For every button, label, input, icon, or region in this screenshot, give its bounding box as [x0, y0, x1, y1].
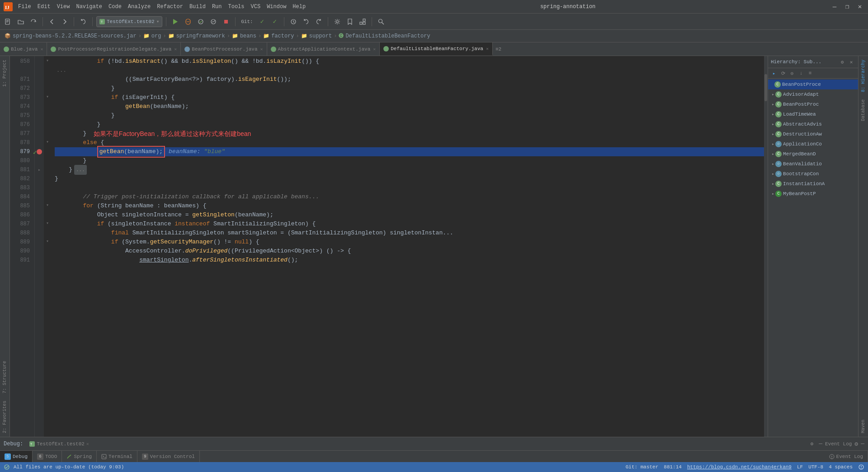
tab-blue-java[interactable]: Blue.java ✕ — [0, 42, 47, 56]
fold-885[interactable]: ▾ — [44, 201, 51, 210]
hierarchy-item-10[interactable]: ▸ C InstantiationA — [768, 179, 858, 189]
htb-refresh-button[interactable]: ⟳ — [779, 69, 787, 77]
fold-873[interactable]: ▾ — [44, 92, 51, 101]
side-tab-project[interactable]: 1: Project — [1, 56, 9, 90]
hierarchy-item-3[interactable]: ▸ C LoadTimeWea — [768, 109, 858, 119]
hierarchy-settings-button[interactable]: ⚙ — [838, 58, 846, 66]
breadcrumb-jar[interactable]: spring-beans-5.2.2.RELEASE-sources.jar — [13, 33, 137, 39]
debug-gear-button[interactable]: ⚙ — [808, 440, 816, 448]
tab-close-postprocessor[interactable]: ✕ — [174, 47, 177, 52]
btab-event-log[interactable]: Event Log — [825, 451, 868, 462]
menu-analyze[interactable]: Analyze — [128, 4, 151, 10]
new-file-button[interactable] — [3, 16, 14, 27]
btab-terminal[interactable]: Terminal — [97, 451, 137, 462]
event-log-collapse[interactable]: — — [861, 440, 864, 447]
menu-help[interactable]: Help — [292, 4, 306, 10]
hierarchy-item-root[interactable]: C BeanPostProce — [768, 79, 858, 89]
side-tab-favorites[interactable]: 2: Favorites — [1, 397, 9, 437]
marker-881-fold[interactable]: ▸ — [35, 165, 44, 174]
sync-button[interactable] — [28, 16, 39, 27]
htb-locate-button[interactable]: ⊙ — [788, 69, 796, 77]
undo-button[interactable] — [78, 16, 89, 27]
breadcrumb-factory[interactable]: factory — [271, 33, 294, 39]
profile-button[interactable] — [208, 16, 219, 27]
editor-scrollbar[interactable] — [764, 56, 768, 437]
git-check2[interactable]: ✓ — [269, 16, 280, 27]
search-button[interactable] — [376, 16, 387, 27]
tab-postprocessor[interactable]: PostProcessorRegistrationDelegate.java ✕ — [47, 42, 181, 56]
side-tab-structure[interactable]: 7: Structure — [1, 357, 9, 397]
debug-tab-close[interactable]: ✕ — [86, 441, 89, 447]
event-log-gear[interactable]: ⚙ — [854, 440, 858, 448]
hierarchy-item-5[interactable]: ▸ C DestructionAw — [768, 129, 858, 139]
hierarchy-item-11[interactable]: ▸ C MyBeanPostP — [768, 189, 858, 199]
menu-edit[interactable]: Edit — [38, 4, 51, 10]
redo-button[interactable] — [313, 16, 324, 27]
tab-close-blue[interactable]: ✕ — [40, 47, 43, 52]
btab-todo[interactable]: 6 TODO — [33, 451, 62, 462]
tab-abstractapplicationcontext[interactable]: AbstractApplicationContext.java ✕ — [267, 42, 380, 56]
fold-878[interactable]: ▾ — [44, 137, 51, 146]
htb-filter-button[interactable]: ≡ — [806, 69, 814, 77]
back-button[interactable] — [47, 16, 57, 27]
hierarchy-item-7[interactable]: ▸ C MergedBeanD — [768, 149, 858, 159]
tab-beanpostprocessor[interactable]: BeanPostProcessor.java ✕ — [181, 42, 267, 56]
menu-code[interactable]: Code — [108, 4, 122, 10]
hierarchy-item-8[interactable]: ▸ ○ BeanValidatio — [768, 159, 858, 169]
hierarchy-item-4[interactable]: ▸ C AbstractAdvis — [768, 119, 858, 129]
build-button[interactable] — [357, 16, 368, 27]
tab-close-abstract[interactable]: ✕ — [373, 47, 376, 52]
run-config-selector[interactable]: T TestOfExt.test02 ▾ — [96, 16, 162, 27]
hierarchy-item-6[interactable]: ▸ ○ ApplicationCo — [768, 139, 858, 149]
hierarchy-item-9[interactable]: ▸ ○ BootstrapCon — [768, 169, 858, 179]
git-check1[interactable]: ✓ — [257, 16, 268, 27]
settings-button[interactable] — [332, 16, 343, 27]
btab-debug[interactable]: 5 Debug — [0, 451, 33, 462]
tab-close-beanpostprocessor[interactable]: ✕ — [260, 47, 263, 52]
side-tab-maven[interactable]: Maven — [859, 416, 867, 437]
breadcrumb-springframework[interactable]: springframework — [176, 33, 225, 39]
minimize-button[interactable]: — — [830, 2, 839, 11]
hierarchy-item-2[interactable]: ▸ C BeanPostProc — [768, 99, 858, 109]
stop-button[interactable] — [221, 16, 231, 27]
maximize-button[interactable]: ❐ — [843, 2, 852, 11]
menu-window[interactable]: Window — [267, 4, 286, 10]
breadcrumb-org[interactable]: org — [151, 33, 161, 39]
undo2-button[interactable] — [301, 16, 311, 27]
status-url[interactable]: https://blog.csdn.net/suchan4erkan9 — [687, 464, 792, 470]
side-tab-hierarchy[interactable]: 8: Hierarchy — [859, 56, 867, 96]
menu-run[interactable]: Run — [212, 4, 222, 10]
open-button[interactable] — [15, 16, 26, 27]
menu-build[interactable]: Build — [189, 4, 206, 10]
menu-navigate[interactable]: Navigate — [76, 4, 102, 10]
debug-tab-config[interactable]: T TestOfExt.test02 ✕ — [27, 440, 92, 448]
close-button[interactable]: ✕ — [855, 2, 864, 11]
forward-button[interactable] — [59, 16, 70, 27]
btab-vcs[interactable]: 9 Version Control — [137, 451, 200, 462]
breadcrumb-class[interactable]: DefaultListableBeanFactory — [345, 33, 430, 39]
menu-view[interactable]: View — [57, 4, 70, 10]
fold-889[interactable]: ▾ — [44, 237, 51, 246]
htb-sort-button[interactable]: ↓ — [797, 69, 805, 77]
hierarchy-close-button[interactable]: ✕ — [847, 58, 855, 66]
debug-button[interactable] — [183, 16, 193, 27]
breadcrumb-support[interactable]: support — [309, 33, 332, 39]
clock-button[interactable] — [288, 16, 299, 27]
btab-spring[interactable]: Spring — [62, 451, 97, 462]
menu-tools[interactable]: Tools — [228, 4, 245, 10]
side-tab-database[interactable]: Database — [859, 96, 867, 125]
tab-close-defaultlistable[interactable]: ✕ — [486, 46, 489, 51]
tab-defaultlistablebean[interactable]: DefaultListableBeanFactory.java ✕ — [380, 42, 493, 56]
breadcrumb-beans[interactable]: beans — [240, 33, 256, 39]
marker-879-breakpoint[interactable]: ✓ — [35, 147, 44, 156]
run-button[interactable] — [170, 16, 181, 27]
tab-extra[interactable]: ≡2 — [493, 42, 504, 56]
hierarchy-item-1[interactable]: ▸ C AdvisorAdapt — [768, 89, 858, 99]
code-line-879-debug[interactable]: getBean(beanName); beanName: "blue" — [55, 147, 764, 156]
menu-refactor[interactable]: Refactor — [157, 4, 183, 10]
htb-expand-button[interactable]: ▸ — [770, 69, 778, 77]
fold-858[interactable]: ▾ — [44, 56, 51, 65]
menu-vcs[interactable]: VCS — [251, 4, 261, 10]
fold-887[interactable]: ▾ — [44, 219, 51, 228]
code-editor[interactable]: if (!bd.isAbstract() && bd.isSingleton()… — [51, 56, 764, 437]
